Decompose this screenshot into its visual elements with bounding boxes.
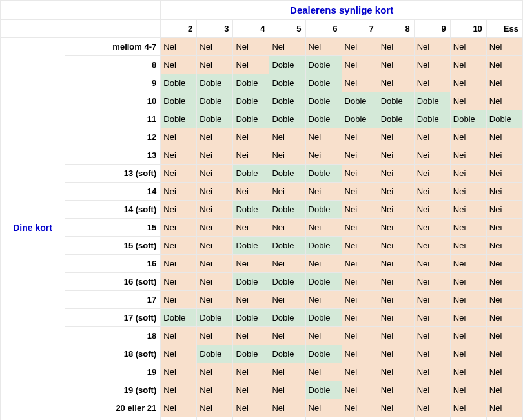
strategy-cell: Nei xyxy=(378,291,414,309)
row-label: mellom 4-7 xyxy=(65,38,161,56)
strategy-cell: Nei xyxy=(486,327,522,345)
strategy-cell: Doble xyxy=(233,165,269,183)
blank-cell xyxy=(305,417,342,421)
strategy-cell: Nei xyxy=(197,255,233,273)
strategy-cell: Nei xyxy=(450,74,486,92)
strategy-cell: Nei xyxy=(197,183,233,201)
strategy-cell: Nei xyxy=(414,74,450,92)
strategy-cell: Nei xyxy=(414,219,450,237)
strategy-cell: Doble xyxy=(233,92,269,110)
row-label: 18 xyxy=(65,327,161,345)
strategy-cell: Nei xyxy=(269,255,305,273)
strategy-cell: Nei xyxy=(414,183,450,201)
strategy-cell: Doble xyxy=(305,165,342,183)
strategy-cell: Nei xyxy=(233,146,269,165)
strategy-cell: Doble xyxy=(305,345,342,363)
strategy-cell: Nei xyxy=(269,38,305,56)
strategy-cell: Nei xyxy=(342,183,378,201)
strategy-cell: Nei xyxy=(305,183,342,201)
row-label: 17 (soft) xyxy=(65,309,161,327)
blank-cell xyxy=(1,20,65,38)
strategy-cell: Nei xyxy=(450,183,486,201)
strategy-cell: Doble xyxy=(269,273,305,291)
blank-cell xyxy=(414,417,450,421)
strategy-cell: Nei xyxy=(414,399,450,417)
dealer-card-header: 8 xyxy=(378,20,414,38)
strategy-cell: Nei xyxy=(486,345,522,363)
strategy-cell: Nei xyxy=(414,38,450,56)
strategy-cell: Nei xyxy=(342,74,378,92)
strategy-cell: Doble xyxy=(197,309,233,327)
strategy-cell: Nei xyxy=(305,146,342,165)
strategy-cell: Doble xyxy=(233,74,269,92)
strategy-cell: Nei xyxy=(161,381,197,399)
strategy-cell: Nei xyxy=(450,345,486,363)
strategy-cell: Nei xyxy=(378,345,414,363)
strategy-cell: Nei xyxy=(233,327,269,345)
strategy-cell: Nei xyxy=(269,327,305,345)
row-label: 8 xyxy=(65,56,161,74)
strategy-cell: Doble xyxy=(233,110,269,128)
blank-cell xyxy=(450,417,486,421)
strategy-cell: Nei xyxy=(161,363,197,381)
strategy-cell: Nei xyxy=(161,237,197,255)
strategy-cell: Nei xyxy=(414,345,450,363)
strategy-cell: Nei xyxy=(161,183,197,201)
strategy-cell: Nei xyxy=(197,56,233,74)
strategy-cell: Nei xyxy=(342,38,378,56)
row-label: 13 (soft) xyxy=(65,165,161,183)
strategy-cell: Nei xyxy=(414,146,450,165)
strategy-cell: Nei xyxy=(342,201,378,219)
strategy-cell: Nei xyxy=(414,291,450,309)
strategy-cell: Nei xyxy=(233,219,269,237)
row-label: 20 eller 21 xyxy=(65,399,161,417)
strategy-cell: Nei xyxy=(197,399,233,417)
strategy-cell: Nei xyxy=(269,128,305,146)
row-label: 19 (soft) xyxy=(65,381,161,399)
strategy-cell: Doble xyxy=(378,110,414,128)
blank-cell xyxy=(378,417,414,421)
strategy-cell: Nei xyxy=(233,399,269,417)
strategy-cell: Doble xyxy=(305,92,342,110)
blackjack-double-table: Dealerens synlige kort2345678910EssDine … xyxy=(0,0,523,420)
blank-cell xyxy=(197,417,233,421)
row-label: 11 xyxy=(65,110,161,128)
strategy-cell: Nei xyxy=(378,146,414,165)
blank-cell xyxy=(161,417,197,421)
strategy-cell: Nei xyxy=(233,38,269,56)
strategy-cell: Nei xyxy=(269,219,305,237)
strategy-cell: Nei xyxy=(233,381,269,399)
strategy-cell: Doble xyxy=(269,110,305,128)
strategy-cell: Nei xyxy=(378,273,414,291)
strategy-cell: Nei xyxy=(342,381,378,399)
strategy-cell: Nei xyxy=(305,38,342,56)
dealer-card-header: 6 xyxy=(305,20,342,38)
strategy-cell: Nei xyxy=(414,56,450,74)
strategy-cell: Nei xyxy=(486,309,522,327)
strategy-cell: Doble xyxy=(305,56,342,74)
strategy-cell: Nei xyxy=(378,38,414,56)
strategy-cell: Nei xyxy=(450,128,486,146)
row-label: 19 xyxy=(65,363,161,381)
row-label: 17 xyxy=(65,291,161,309)
strategy-cell: Nei xyxy=(414,165,450,183)
row-label: 14 xyxy=(65,183,161,201)
strategy-cell: Nei xyxy=(378,309,414,327)
strategy-cell: Doble xyxy=(161,110,197,128)
strategy-cell: Nei xyxy=(269,363,305,381)
strategy-cell: Nei xyxy=(305,255,342,273)
strategy-cell: Doble xyxy=(305,309,342,327)
strategy-cell: Nei xyxy=(305,399,342,417)
strategy-cell: Nei xyxy=(233,56,269,74)
blank-cell xyxy=(233,417,269,421)
strategy-cell: Nei xyxy=(197,327,233,345)
row-label: 18 (soft) xyxy=(65,345,161,363)
strategy-cell: Nei xyxy=(305,291,342,309)
strategy-cell: Nei xyxy=(414,309,450,327)
strategy-cell: Nei xyxy=(342,327,378,345)
strategy-cell: Doble xyxy=(305,201,342,219)
strategy-cell: Nei xyxy=(414,363,450,381)
strategy-cell: Nei xyxy=(450,255,486,273)
strategy-cell: Doble xyxy=(269,165,305,183)
strategy-cell: Nei xyxy=(486,219,522,237)
